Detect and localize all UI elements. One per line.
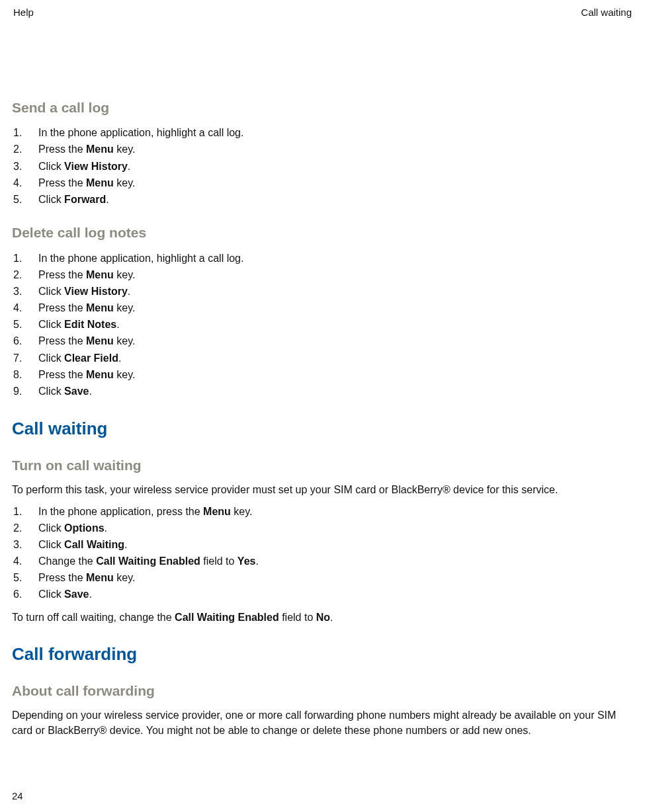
step-post: key. — [114, 143, 136, 155]
step-pre: In the phone application, press the — [38, 506, 203, 517]
list-item: Click View History. — [26, 283, 633, 300]
heading-call-waiting: Call waiting — [12, 418, 633, 440]
step-post: . — [89, 386, 91, 397]
step-pre: Press the — [38, 335, 86, 346]
outro-bold-2: No — [316, 612, 330, 623]
list-item: Click Save. — [26, 383, 633, 399]
step-post: key. — [114, 269, 136, 280]
list-item: Click Edit Notes. — [26, 316, 633, 333]
step-pre: Click — [38, 589, 64, 600]
list-item: Press the Menu key. — [26, 333, 633, 349]
step-text: In the phone application, highlight a ca… — [38, 127, 243, 138]
step-pre: Press the — [38, 369, 86, 380]
step-post: key. — [114, 369, 136, 380]
step-pre: Change the — [38, 555, 96, 567]
step-bold: Menu — [203, 506, 231, 517]
step-bold: Menu — [86, 302, 114, 313]
call-waiting-outro: To turn off call waiting, change the Cal… — [12, 610, 633, 625]
step-post: . — [118, 352, 121, 364]
step-bold: Forward — [64, 194, 106, 205]
list-item: In the phone application, press the Menu… — [26, 503, 633, 520]
step-pre: Press the — [38, 572, 86, 583]
step-bold: Menu — [86, 269, 114, 280]
step-post: . — [116, 319, 119, 330]
step-bold: Save — [64, 386, 89, 397]
step-post: key. — [114, 572, 136, 583]
step-post: . — [128, 161, 130, 172]
step-pre: Press the — [38, 302, 86, 313]
step-post: . — [124, 539, 127, 550]
step-pre: Click — [38, 386, 64, 397]
step-pre: Press the — [38, 177, 86, 188]
list-item: Click Forward. — [26, 191, 633, 208]
step-bold: Edit Notes — [64, 319, 116, 330]
page-header: Help Call waiting — [12, 7, 633, 18]
step-pre: Click — [38, 352, 64, 364]
header-right: Call waiting — [581, 7, 632, 18]
list-item: Click Clear Field. — [26, 350, 633, 366]
outro-pre: To turn off call waiting, change the — [12, 612, 175, 623]
step-post: key. — [231, 506, 253, 517]
step-post: . — [105, 522, 107, 534]
call-forwarding-paragraph: Depending on your wireless service provi… — [12, 708, 633, 738]
steps-send-call-log: In the phone application, highlight a ca… — [12, 124, 633, 208]
list-item: Click Call Waiting. — [26, 536, 633, 553]
heading-about-call-forwarding: About call forwarding — [12, 682, 633, 700]
heading-call-forwarding: Call forwarding — [12, 643, 633, 666]
list-item: Change the Call Waiting Enabled field to… — [26, 553, 633, 569]
list-item: Press the Menu key. — [26, 300, 633, 316]
step-post: . — [89, 589, 91, 600]
step-bold: Save — [64, 589, 89, 600]
step-bold: Call Waiting — [64, 539, 124, 550]
step-bold: Clear Field — [64, 352, 118, 364]
step-bold: View History — [64, 161, 128, 172]
list-item: Press the Menu key. — [26, 266, 633, 283]
outro-bold: Call Waiting Enabled — [175, 612, 279, 623]
heading-delete-notes: Delete call log notes — [12, 223, 633, 241]
step-bold: Menu — [86, 177, 114, 188]
list-item: Press the Menu key. — [26, 366, 633, 383]
list-item: Click Options. — [26, 520, 633, 536]
step-bold: Menu — [86, 335, 114, 346]
list-item: Press the Menu key. — [26, 569, 633, 586]
step-bold: Call Waiting Enabled — [96, 555, 200, 567]
heading-send-call-log: Send a call log — [12, 99, 633, 116]
steps-call-waiting: In the phone application, press the Menu… — [12, 503, 633, 603]
step-post: . — [255, 555, 258, 567]
step-bold: Menu — [86, 369, 114, 380]
call-waiting-intro: To perform this task, your wireless serv… — [12, 482, 633, 497]
step-pre: Click — [38, 319, 64, 330]
step-post: key. — [114, 302, 136, 313]
list-item: In the phone application, highlight a ca… — [26, 124, 633, 141]
step-post: key. — [114, 335, 136, 346]
step-bold-2: Yes — [237, 555, 256, 567]
step-post: . — [106, 194, 108, 205]
step-post: . — [128, 286, 130, 297]
step-bold: Menu — [86, 572, 114, 583]
header-left: Help — [13, 7, 34, 18]
step-pre: Click — [38, 286, 64, 297]
steps-delete-notes: In the phone application, highlight a ca… — [12, 250, 633, 400]
step-bold: View History — [64, 286, 128, 297]
list-item: In the phone application, highlight a ca… — [26, 250, 633, 266]
step-bold: Options — [64, 522, 104, 534]
step-pre: Click — [38, 539, 64, 550]
step-pre: Press the — [38, 269, 86, 280]
step-text: In the phone application, highlight a ca… — [38, 253, 243, 264]
step-bold: Menu — [86, 143, 114, 155]
list-item: Click View History. — [26, 158, 633, 175]
step-pre: Click — [38, 522, 64, 534]
outro-mid: field to — [279, 612, 316, 623]
document-page: Help Call waiting Send a call log In the… — [0, 0, 645, 812]
list-item: Click Save. — [26, 586, 633, 602]
list-item: Press the Menu key. — [26, 175, 633, 191]
step-post: key. — [114, 177, 136, 188]
step-pre: Click — [38, 194, 64, 205]
page-content: Send a call log In the phone application… — [12, 18, 633, 738]
heading-turn-on-call-waiting: Turn on call waiting — [12, 456, 633, 474]
step-pre: Press the — [38, 143, 86, 155]
step-pre: Click — [38, 161, 64, 172]
list-item: Press the Menu key. — [26, 141, 633, 157]
outro-post: . — [330, 612, 333, 623]
page-number: 24 — [12, 790, 23, 801]
